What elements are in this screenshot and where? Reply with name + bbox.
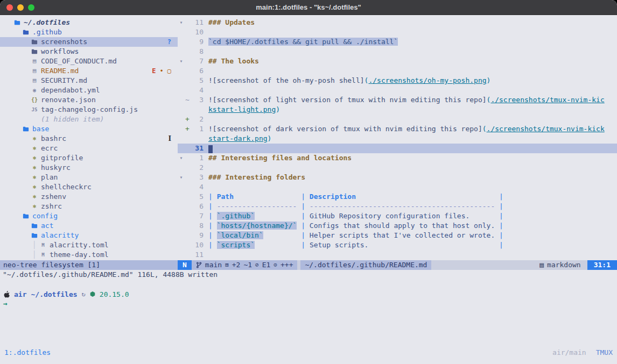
editor-line[interactable]: kstart-light.png) <box>178 105 617 115</box>
syntax-pipe: | <box>297 202 309 210</box>
tree-item-alacritty[interactable]: alacritty <box>0 231 178 240</box>
tree-item-base[interactable]: base <box>0 124 178 134</box>
fold-marker[interactable]: ▾ <box>178 18 185 27</box>
tree-item-dotfiles[interactable]: ~/.dotfiles <box>0 18 178 27</box>
editor-line[interactable]: start-dark.png) <box>178 134 617 144</box>
editor-line[interactable]: 5![screenshot of the oh-my-posh shell](.… <box>178 76 617 85</box>
editor-line[interactable]: 10| `scripts` | Setup scripts. | <box>178 240 617 250</box>
tree-item-workflows[interactable]: workflows <box>0 47 178 56</box>
line-text: | `.github` | GitHub Repository configur… <box>204 211 503 221</box>
editor-line[interactable]: 11 <box>178 250 617 260</box>
editor-line[interactable]: ▾ 7## The looks <box>178 56 617 66</box>
fold-marker <box>178 163 185 173</box>
zoom-button[interactable] <box>28 4 34 11</box>
fold-marker[interactable]: ▾ <box>178 56 185 66</box>
git-branch: main <box>205 260 222 270</box>
tree-item-act[interactable]: act <box>0 221 178 231</box>
editor-line[interactable]: 6| ------------------- | ---------------… <box>178 202 617 211</box>
line-number: 11 <box>190 250 204 260</box>
tree-item-zshenv[interactable]: ✱zshenv <box>0 192 178 202</box>
syntax-dash: ----------------------------------------… <box>310 202 495 210</box>
tree-item-plan[interactable]: ✱plan <box>0 173 178 182</box>
syntax-code: `local/bin` <box>217 231 263 239</box>
line-number: 1 <box>190 153 204 163</box>
tree-item-shellcheckrc[interactable]: ✱shellcheckrc <box>0 182 178 192</box>
git-sign <box>185 173 190 182</box>
editor-line[interactable]: 6 <box>178 66 617 76</box>
tree-item-huskyrc[interactable]: ✱huskyrc <box>0 163 178 173</box>
fold-marker[interactable]: ▾ <box>178 153 185 163</box>
tree-item-github[interactable]: .github <box>0 27 178 37</box>
neo-tree-statusline: neo-tree filesystem [1] <box>0 260 178 270</box>
diagnostic-error-badge: E <box>152 66 156 76</box>
line-text: | Path | Description | <box>204 192 503 202</box>
tree-item-gitprofile[interactable]: ✱gitprofile <box>0 153 178 163</box>
tree-item-screenshots[interactable]: screenshots? <box>0 37 178 47</box>
prompt-arrow[interactable]: → <box>3 299 8 309</box>
tree-item-zshrc[interactable]: ✱zshrc <box>0 202 178 211</box>
line-number: 9 <box>190 231 204 240</box>
git-sign <box>185 76 190 85</box>
fold-marker <box>178 124 185 134</box>
editor-line[interactable]: 5| Path | Description | <box>178 192 617 202</box>
syntax-url: ( <box>482 125 487 133</box>
editor-line[interactable]: 4 <box>178 85 617 95</box>
git-sign: ~ <box>185 95 190 105</box>
editor-line[interactable]: ▾ 11### Updates <box>178 18 617 27</box>
tree-item-security-md[interactable]: ▤SECURITY.md <box>0 76 178 85</box>
tmux-window[interactable]: 1:.dotfiles <box>4 348 51 356</box>
shell-icon: ✱ <box>30 134 39 144</box>
minimize-button[interactable] <box>17 4 24 11</box>
editor-line[interactable]: ~3![screenshot of light version of tmux … <box>178 95 617 105</box>
tree-item-bashrc[interactable]: ✱bashrcI <box>0 134 178 144</box>
tree-item-label: alacritty <box>41 231 79 240</box>
editor-line[interactable]: ▾ 3### Interesting folders <box>178 173 617 182</box>
diagnostics-count: E1 <box>262 260 271 270</box>
line-number: 3 <box>190 173 204 182</box>
editor-line[interactable]: 2 <box>178 163 617 173</box>
editor-line[interactable]: 4 <box>178 182 617 192</box>
tree-item-tag-changelog-config-js[interactable]: JStag-changelog-config.js <box>0 105 178 115</box>
tree-item-config[interactable]: config <box>0 211 178 221</box>
line-number: 3 <box>190 95 204 105</box>
editor-line[interactable]: 8 <box>178 47 617 56</box>
tree-item-theme-day-toml[interactable]: │Mtheme-day.toml <box>0 250 178 260</box>
tree-item-badges: ? <box>167 37 171 47</box>
editor-line[interactable]: 8| `hosts/{hostname}/` | Configs that sh… <box>178 221 617 231</box>
tree-item-readme-md[interactable]: ▤README.mdE•▢ <box>0 66 178 76</box>
neo-tree-sidebar: ~/.dotfiles.githubscreenshots?workflows▤… <box>0 15 178 270</box>
git-segment: main ⊞ +2 ~1 ⊘ E1 ⊙ +++ <box>192 260 298 270</box>
line-number: 7 <box>190 56 204 66</box>
editor-line[interactable]: ▾ 1## Interesting files and locations <box>178 153 617 163</box>
editor-line[interactable]: +1![screenshot of dark version of tmux w… <box>178 124 617 134</box>
git-sign <box>185 37 190 47</box>
shell-icon: ✱ <box>30 153 39 163</box>
tree-item-label: zshenv <box>41 192 66 202</box>
editor-line[interactable]: +2 <box>178 115 617 124</box>
tree-item-ecrc[interactable]: ✱ecrc <box>0 144 178 153</box>
editor-line[interactable]: 9`cd $HOME/.dotfiles && git pull && ./in… <box>178 37 617 47</box>
editor-line-current[interactable]: 31 <box>178 144 617 153</box>
close-button[interactable] <box>6 4 13 11</box>
line-text: ### Updates <box>204 18 255 27</box>
editor-line[interactable]: 7| `.github` | GitHub Repository configu… <box>178 211 617 221</box>
syntax-cell: GitHub Repository configuration files. <box>310 212 469 220</box>
fold-marker <box>178 66 185 76</box>
syntax-pipe: | <box>297 212 309 220</box>
git-sign <box>185 105 190 115</box>
fold-marker <box>178 47 185 56</box>
traffic-lights <box>6 4 34 11</box>
tree-item-alacritty-toml[interactable]: │Malacritty.toml <box>0 240 178 250</box>
line-number: 9 <box>190 37 204 47</box>
apple-icon <box>3 291 10 298</box>
tree-item-1-hidden-item[interactable]: (1 hidden item) <box>0 115 178 124</box>
editor-line[interactable]: 10 <box>178 27 617 37</box>
editor-line[interactable]: 9| `local/bin` | Helper scripts that I'v… <box>178 231 617 240</box>
git-sign <box>185 192 190 202</box>
fold-marker[interactable]: ▾ <box>178 173 185 182</box>
tree-item-dependabot-yml[interactable]: ◉dependabot.yml <box>0 85 178 95</box>
tree-item-code-of-conduct-md[interactable]: ▤CODE_OF_CONDUCT.md <box>0 56 178 66</box>
plugin-updates: +++ <box>281 260 293 270</box>
line-text <box>204 250 208 260</box>
tree-item-renovate-json[interactable]: {}renovate.json <box>0 95 178 105</box>
